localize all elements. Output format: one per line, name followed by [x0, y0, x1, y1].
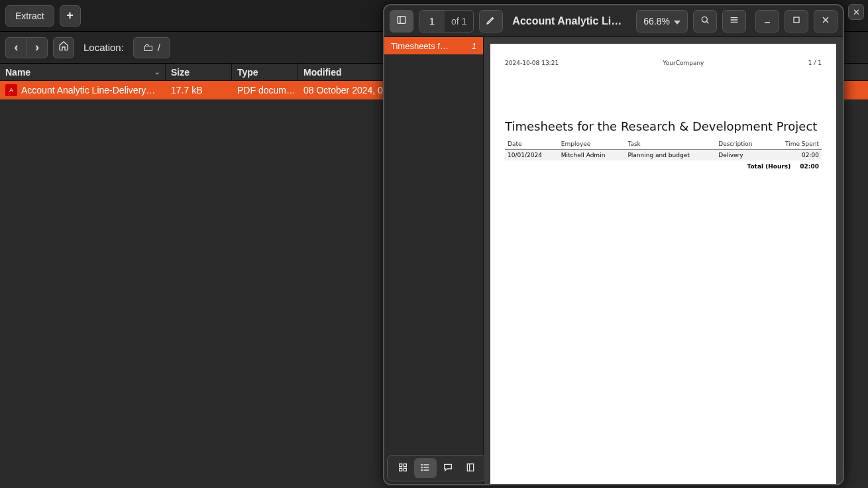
cell-date: 10/01/2024 [505, 150, 559, 161]
extract-button[interactable]: Extract [5, 5, 54, 27]
nav-back-button[interactable]: ‹ [5, 37, 27, 58]
doc-header: 2024-10-08 13:21 YourCompany 1 / 1 [505, 60, 822, 66]
sidebar-view-switcher [387, 455, 486, 481]
sidebar-icon [396, 15, 407, 27]
column-header-type[interactable]: Type [232, 64, 298, 80]
doc-table: Date Employee Task Description Time Spen… [505, 139, 822, 160]
th-description: Description [716, 139, 769, 150]
plus-icon: + [66, 9, 74, 23]
chevron-right-icon: › [35, 40, 39, 54]
pdf-file-icon: A [5, 84, 17, 96]
cell-description: Delivery [716, 150, 769, 161]
close-icon [820, 15, 831, 27]
outline-item-page: 1 [472, 41, 476, 51]
chevron-down-icon [674, 16, 680, 27]
svg-rect-14 [404, 468, 406, 471]
path-segment-root[interactable]: / [133, 37, 170, 58]
cell-time: 02:00 [769, 150, 822, 161]
column-header-name-label: Name [5, 67, 30, 78]
path-text: / [158, 42, 160, 53]
file-name: Account Analytic Line-Delivery… [21, 85, 155, 95]
sort-indicator-icon: ⌄ [154, 68, 160, 76]
toggle-sidebar-button[interactable] [390, 10, 413, 32]
page-selector: of 1 [419, 10, 474, 32]
pdf-body: Timesheets f… 1 2024-10-08 13:21 YourCom… [384, 37, 843, 484]
doc-total-row: Total (Hours) 02:00 [505, 163, 822, 170]
pdf-outline-sidebar: Timesheets f… 1 [384, 37, 484, 484]
th-employee: Employee [559, 139, 625, 150]
column-header-size[interactable]: Size [166, 64, 232, 80]
svg-rect-0 [398, 17, 406, 24]
menu-button[interactable] [722, 10, 746, 32]
close-button[interactable] [814, 10, 838, 32]
hamburger-icon [729, 15, 739, 27]
add-button[interactable]: + [60, 5, 81, 27]
file-size: 17.7 kB [166, 81, 232, 99]
svg-rect-13 [400, 468, 402, 471]
view-outline-button[interactable] [414, 458, 437, 478]
view-layers-button[interactable] [459, 458, 482, 478]
svg-line-3 [706, 21, 708, 23]
folder-icon [143, 42, 154, 54]
table-row: 10/01/2024 Mitchell Admin Planning and b… [505, 150, 822, 161]
view-annotations-button[interactable] [437, 458, 459, 478]
maximize-button[interactable] [785, 10, 808, 32]
doc-company: YourCompany [663, 60, 704, 66]
home-icon [58, 40, 69, 54]
pdf-toolbar: of 1 Account Analytic Line-… 66.8% [384, 5, 843, 37]
pdf-page: 2024-10-08 13:21 YourCompany 1 / 1 Times… [490, 44, 836, 484]
svg-point-20 [421, 469, 422, 470]
page-count-label: of 1 [445, 16, 473, 27]
bookmark-panel-icon [465, 462, 476, 475]
svg-point-2 [702, 17, 707, 22]
search-button[interactable] [693, 10, 717, 32]
pdf-page-area[interactable]: 2024-10-08 13:21 YourCompany 1 / 1 Times… [484, 37, 843, 484]
nav-forward-button[interactable]: › [27, 37, 48, 58]
svg-point-19 [421, 467, 422, 467]
grid-icon [398, 462, 408, 475]
pdf-title: Account Analytic Line-… [508, 15, 631, 27]
th-date: Date [505, 139, 559, 150]
svg-point-18 [421, 464, 422, 465]
host-close-button[interactable]: ✕ [848, 4, 864, 20]
doc-timestamp: 2024-10-08 13:21 [505, 60, 559, 66]
cell-task: Planning and budget [625, 150, 716, 161]
search-icon [700, 15, 710, 27]
outline-item-label: Timesheets f… [391, 41, 468, 51]
outline-item[interactable]: Timesheets f… 1 [384, 37, 483, 54]
doc-title: Timesheets for the Research & Developmen… [505, 119, 822, 133]
doc-total-value: 02:00 [800, 163, 819, 170]
chevron-left-icon: ‹ [15, 40, 19, 54]
view-thumbnails-button[interactable] [392, 458, 414, 478]
cell-employee: Mitchell Admin [559, 150, 625, 161]
th-time: Time Spent [769, 139, 822, 150]
maximize-icon [791, 15, 802, 27]
list-icon [420, 462, 431, 475]
minimize-button[interactable] [755, 10, 779, 32]
page-number-input[interactable] [419, 11, 445, 32]
column-header-name[interactable]: Name ⌄ [0, 64, 166, 80]
doc-total-label: Total (Hours) [747, 163, 790, 170]
location-label: Location: [80, 42, 128, 53]
zoom-selector[interactable]: 66.8% [636, 10, 688, 32]
file-type: PDF docum… [232, 81, 298, 99]
annotate-button[interactable] [479, 10, 503, 32]
svg-rect-8 [794, 17, 799, 23]
comment-icon [443, 462, 453, 475]
window-controls [755, 10, 838, 32]
doc-page-indicator: 1 / 1 [808, 60, 822, 66]
minimize-icon [762, 15, 773, 27]
nav-group: ‹ › [5, 37, 48, 58]
home-button[interactable] [53, 37, 74, 58]
pdf-viewer-window: of 1 Account Analytic Line-… 66.8% Times… [383, 4, 844, 485]
pen-icon [486, 15, 496, 27]
svg-rect-12 [404, 463, 406, 466]
th-task: Task [625, 139, 716, 150]
zoom-value: 66.8% [643, 16, 670, 27]
close-icon: ✕ [853, 7, 860, 17]
svg-rect-21 [467, 463, 473, 471]
svg-rect-11 [400, 463, 402, 466]
